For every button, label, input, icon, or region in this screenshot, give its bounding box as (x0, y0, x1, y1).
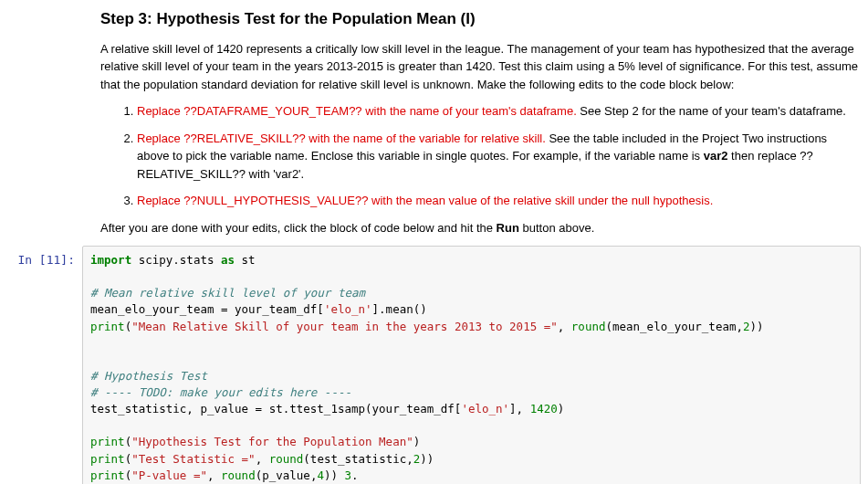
paren: ) (558, 402, 565, 416)
replace-text: Replace ??NULL_HYPOTHESIS_VALUE?? with t… (137, 194, 713, 207)
code-text: ], (509, 402, 530, 416)
run-bold: Run (497, 221, 519, 235)
paren: ) (413, 435, 421, 448)
var-bold: var2 (704, 149, 728, 163)
instruction-item: Replace ??DATAFRAME_YOUR_TEAM?? with the… (137, 102, 861, 121)
dot: . (351, 468, 359, 482)
string: "Test Statistic =" (131, 452, 255, 466)
string: 'elo_n' (324, 302, 372, 316)
builtin-print: print (90, 435, 125, 448)
comma: , (207, 468, 221, 482)
builtin-print: print (90, 452, 125, 466)
number: 2 (743, 320, 750, 333)
paren: )) (420, 452, 434, 466)
comment: # Hypothesis Test (90, 369, 207, 383)
closing-paragraph: After you are done with your edits, clic… (100, 219, 861, 237)
step-heading: Step 3: Hypothesis Test for the Populati… (100, 7, 861, 31)
instruction-list: Replace ??DATAFRAME_YOUR_TEAM?? with the… (100, 102, 861, 210)
code-cell[interactable]: In [11]: import scipy.stats as st # Mean… (0, 244, 868, 484)
instruction-item: Replace ??NULL_HYPOTHESIS_VALUE?? with t… (137, 192, 861, 210)
builtin-round: round (221, 468, 256, 482)
kw-import: import (90, 253, 131, 267)
intro-paragraph: A relative skill level of 1420 represent… (100, 40, 861, 94)
comment: # ---- TODO: make your edits here ---- (90, 385, 351, 399)
builtin-round: round (571, 320, 606, 333)
comma: , (256, 452, 269, 466)
args: (p_value, (256, 468, 318, 482)
string: "P-value =" (131, 468, 207, 482)
code-text: test_statistic, p_value = st.ttest_1samp… (90, 402, 461, 416)
markdown-cell: Step 3: Hypothesis Test for the Populati… (0, 0, 868, 244)
args: (test_statistic, (303, 452, 413, 466)
kw-as: as (221, 253, 235, 267)
number: 4 (317, 468, 324, 482)
module: scipy.stats (131, 253, 221, 267)
comma: , (558, 320, 571, 333)
args: (mean_elo_your_team, (605, 320, 743, 333)
builtin-print: print (90, 320, 125, 333)
closing-post: button above. (519, 221, 594, 235)
code-text: mean_elo_your_team = your_team_df[ (90, 302, 324, 316)
paren: )) (324, 468, 345, 482)
builtin-print: print (90, 468, 125, 482)
string: "Hypothesis Test for the Population Mean… (131, 435, 413, 448)
string: 'elo_n' (461, 402, 509, 416)
code-input[interactable]: import scipy.stats as st # Mean relative… (82, 246, 861, 484)
number: 1420 (530, 402, 558, 416)
code-text: ].mean() (372, 302, 427, 316)
closing-pre: After you are done with your edits, clic… (100, 221, 497, 235)
builtin-round: round (269, 452, 304, 466)
string: "Mean Relative Skill of your team in the… (131, 320, 558, 333)
input-prompt: In [11]: (0, 246, 82, 484)
instruction-item: Replace ??RELATIVE_SKILL?? with the name… (137, 130, 861, 184)
comment: # Mean relative skill level of your team (90, 286, 365, 300)
replace-text: Replace ??RELATIVE_SKILL?? with the name… (137, 132, 546, 145)
paren: )) (750, 320, 764, 333)
alias: st (235, 253, 256, 267)
replace-text: Replace ??DATAFRAME_YOUR_TEAM?? with the… (137, 104, 577, 118)
instruction-rest: See Step 2 for the name of your team's d… (577, 104, 846, 118)
number: 3 (345, 468, 352, 482)
